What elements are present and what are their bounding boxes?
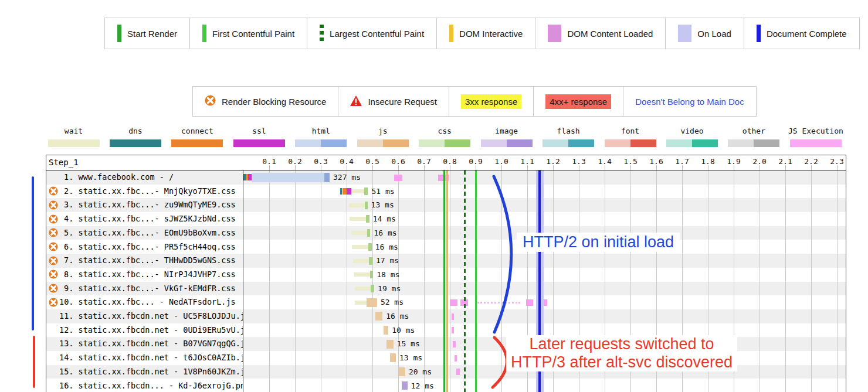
request-row-label[interactable]: 14. static.xx.fbcdn.net - t6JOsC0AZIb.js (46, 351, 243, 365)
insecure-icon (350, 96, 362, 108)
time-tick-mark (476, 165, 476, 170)
legend-item-label: DOM Interactive (459, 29, 523, 39)
time-tick-label: 1.8 (699, 157, 717, 166)
legend-item-start-render: Start Render (105, 18, 190, 49)
request-number: 5. (59, 226, 73, 240)
time-tick-label: 0.1 (260, 157, 278, 166)
time-tick-label: 1.6 (647, 157, 665, 166)
time-tick-mark (734, 165, 734, 170)
resource-type-label: wait (43, 127, 104, 138)
time-tick-mark (579, 165, 579, 170)
time-tick-label: 1.2 (544, 157, 562, 166)
request-row-label[interactable]: 9. static.xx.fbc...- VkGf-kEMdFR.css (46, 282, 243, 296)
resource-type-label: font (599, 127, 661, 138)
request-name: static.xx.fbc...- zu9WmQTyME9.css (73, 200, 235, 209)
request-number: 8. (59, 268, 73, 282)
http2-brace-curve (494, 176, 511, 332)
http3-brace-curve (493, 338, 507, 387)
time-tick-mark (269, 165, 270, 170)
request-row-label[interactable]: 7. static.xx.fbc...- THHwDD5wGNS.css (46, 254, 243, 268)
render-blocking-icon (49, 214, 58, 224)
time-tick-mark (553, 165, 554, 170)
legend-item-dom-content-loaded: DOM Content Loaded (535, 18, 666, 49)
legend-item-3xx-response: 3xx response (449, 87, 534, 116)
flag-legend: Render Blocking ResourceInsecure Request… (192, 86, 757, 117)
resource-type-js: js (352, 127, 413, 147)
request-number: 9. (59, 282, 73, 296)
webpagetest-waterfall-screenshot: Start RenderFirst Contentful PaintLarges… (0, 0, 868, 392)
resource-type-label: other (723, 127, 785, 138)
legend-item-label: DOM Content Loaded (567, 29, 653, 39)
request-name: static.xx.fbcdn... - Kd-J6exrojG.png (73, 381, 243, 390)
resource-type-html: html (290, 127, 352, 147)
request-row-label[interactable]: 1. www.facebook.com - / (46, 171, 243, 185)
time-tick-mark (605, 165, 605, 170)
time-tick-mark (760, 165, 760, 170)
request-name: www.facebook.com - / (73, 172, 174, 182)
legend-item-not-main-doc[interactable]: Doesn't Belong to Main Doc (623, 87, 755, 116)
time-tick-mark (527, 165, 528, 170)
time-tick-mark (347, 165, 347, 170)
request-name: static.xx.fbc... - NedATFsdorL.js (73, 297, 235, 306)
resource-type-font: font (599, 127, 661, 147)
request-row-label[interactable]: 15. static.xx.fbcdn.net - 1V8Pn60JKZm.js (46, 365, 243, 379)
request-row-label[interactable]: 8. static.xx.fbc...- NIrPJ4JVHP7.css (46, 268, 243, 282)
request-number: 13. (59, 337, 73, 351)
render-blocking-icon (49, 200, 58, 210)
time-tick-label: 1.7 (673, 157, 691, 166)
request-row-label[interactable]: 6. static.xx.fbc...- PR5f5cH44oq.css (46, 240, 243, 254)
resource-type-video: video (662, 127, 723, 147)
resource-type-swatch (605, 139, 656, 147)
resource-type-swatch (233, 139, 285, 147)
time-tick-label: 0.7 (415, 157, 433, 166)
time-tick-label: 0.6 (389, 157, 407, 166)
request-row-label[interactable]: 13. static.xx.fbcdn.net - B07VGN7qgQG.js (46, 337, 243, 351)
http2-group-bracket (32, 176, 34, 330)
http3-annotation-line1: Later requests switched to (511, 335, 733, 353)
request-number: 10. (59, 295, 73, 309)
request-row-label[interactable]: 16. static.xx.fbcdn... - Kd-J6exrojG.png (46, 379, 243, 392)
resource-type-swatch (419, 139, 470, 147)
legend-item-label: Render Blocking Resource (222, 97, 326, 107)
resource-type-label: image (476, 127, 537, 138)
request-row-label[interactable]: 10. static.xx.fbc... - NedATFsdorL.js (46, 295, 243, 309)
resource-type-label: ssl (228, 127, 290, 138)
request-name: static.xx.fbcdn.net - t6JOsC0AZIb.js (73, 353, 243, 362)
resource-type-label: video (662, 127, 723, 138)
time-tick-label: 0.4 (338, 157, 355, 166)
resource-type-image: image (476, 127, 537, 147)
http3-annotation: Later requests switched to HTTP/3 after … (506, 335, 737, 371)
resource-type-swatch (48, 139, 100, 147)
request-name: static.xx.fbcdn.net - B07VGN7qgQG.js (73, 339, 243, 348)
legend-item-label: On Load (697, 29, 731, 39)
request-name: static.xx.fbc...- NIrPJ4JVHP7.css (73, 270, 235, 279)
request-number: 12. (59, 323, 73, 338)
request-row-label[interactable]: 5. static.xx.fbc...- EOmU9bBoXvm.css (46, 226, 243, 240)
request-number: 15. (59, 365, 73, 379)
time-tick-label: 2.0 (751, 157, 768, 166)
time-tick-label: 0.8 (441, 157, 459, 166)
time-tick-label: 0.3 (312, 157, 330, 166)
largest-contentful-paint-swatch (320, 25, 324, 42)
time-tick-mark (811, 165, 812, 170)
time-tick-label: 2.1 (777, 157, 794, 166)
request-number: 4. (59, 212, 73, 226)
request-row-label[interactable]: 4. static.xx.fbc...- sJWZ5KJzbNd.css (46, 212, 243, 226)
resource-type-label: html (290, 127, 352, 138)
legend-item-label: 4xx+ response (545, 94, 611, 109)
request-row-label[interactable]: 2. static.xx.fbc...- MnjQkyo7TXE.css (46, 185, 243, 199)
request-row-label[interactable]: 12. static.xx.fbcdn.net - 0UDi9ERu5vU.js (46, 323, 243, 338)
resource-type-swatch (542, 139, 594, 147)
time-tick-mark (501, 165, 502, 170)
request-name: static.xx.fbcdn.net - 0UDi9ERu5vU.js (73, 325, 243, 335)
request-number: 1. (59, 171, 73, 185)
request-row-label[interactable]: 11. static.xx.fbcdn.net - UC5F8LOJDJu.js (46, 309, 243, 323)
resource-type-flash: flash (538, 127, 599, 147)
waterfall-chart-area: HTTP/2 on initial load Later requests sw… (243, 171, 846, 392)
request-row-label[interactable]: 3. static.xx.fbc...- zu9WmQTyME9.css (46, 198, 243, 212)
resource-type-legend: waitdnsconnectsslhtmljscssimageflashfont… (0, 127, 868, 150)
time-tick-label: 1.3 (570, 157, 588, 166)
time-tick-mark (424, 165, 425, 170)
resource-type-swatch (790, 139, 842, 147)
resource-type-swatch (728, 139, 779, 147)
